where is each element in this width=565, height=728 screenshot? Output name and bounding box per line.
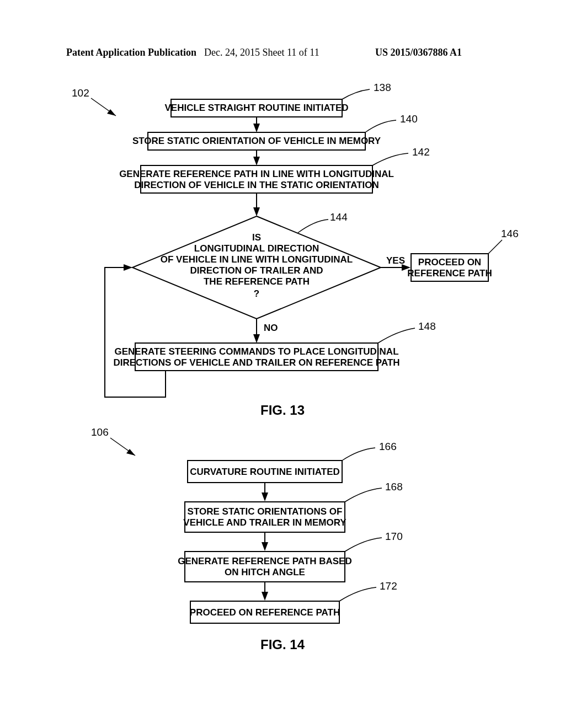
dec-l6: ? [254, 288, 259, 299]
ref-170: 170 [385, 531, 403, 542]
ref-142: 142 [412, 146, 430, 158]
fig13-svg: VEHICLE STRAIGHT ROUTINE INITIATED 138 1… [0, 77, 565, 436]
ref-172: 172 [380, 580, 397, 592]
box-142-text1: GENERATE REFERENCE PATH IN LINE WITH LON… [119, 169, 394, 179]
box-146-text2: REFERENCE PATH [407, 268, 492, 279]
dec-l5: THE REFERENCE PATH [204, 276, 310, 287]
yes-label: YES [386, 255, 405, 266]
header-left: Patent Application Publication [66, 47, 196, 58]
box-140-text: STORE STATIC ORIENTATION OF VEHICLE IN M… [132, 136, 381, 146]
box-138-text: VEHICLE STRAIGHT ROUTINE INITIATED [164, 103, 348, 113]
dec-l4: DIRECTION OF TRAILER AND [190, 265, 323, 276]
ref-102: 102 [72, 87, 89, 99]
box-168-text1: STORE STATIC ORIENTATIONS OF [188, 506, 343, 517]
box-142-text2: DIRECTION OF VEHICLE IN THE STATIC ORIEN… [134, 180, 379, 190]
ref-168: 168 [385, 481, 403, 493]
ref-148: 148 [418, 320, 436, 332]
ref-146: 146 [501, 228, 519, 239]
box-170-text1: GENERATE REFERENCE PATH BASED [178, 556, 351, 566]
box-166-text: CURVATURE ROUTINE INITIATED [190, 467, 340, 477]
box-148-text1: GENERATE STEERING COMMANDS TO PLACE LONG… [114, 346, 398, 357]
ref-140: 140 [400, 113, 418, 125]
header-right: US 2015/0367886 A1 [375, 47, 462, 58]
ref-138: 138 [374, 82, 391, 93]
dec-l2: LONGITUDINAL DIRECTION [194, 243, 319, 254]
ref-166: 166 [379, 441, 397, 452]
box-170-text2: ON HITCH ANGLE [225, 567, 305, 577]
dec-l3: OF VEHICLE IN LINE WITH LONGITUDINAL [161, 254, 353, 265]
header-mid: Dec. 24, 2015 Sheet 11 of 11 [204, 47, 319, 58]
dec-l1: IS [252, 232, 261, 243]
ref-144: 144 [330, 211, 348, 223]
box-146-text1: PROCEED ON [418, 257, 481, 267]
box-168-text2: VEHICLE AND TRAILER IN MEMORY [183, 517, 347, 528]
box-148-text2: DIRECTIONS OF VEHICLE AND TRAILER ON REF… [113, 357, 399, 368]
box-172-text: PROCEED ON REFERENCE PATH [190, 607, 340, 618]
ref-106: 106 [91, 426, 109, 438]
no-label: NO [264, 323, 278, 333]
page: Patent Application Publication Dec. 24, … [0, 0, 565, 728]
fig14-svg: 106 CURVATURE ROUTINE INITIATED 166 STOR… [0, 425, 565, 667]
fig14-label: FIG. 14 [0, 637, 565, 652]
fig13-label: FIG. 13 [0, 403, 565, 418]
